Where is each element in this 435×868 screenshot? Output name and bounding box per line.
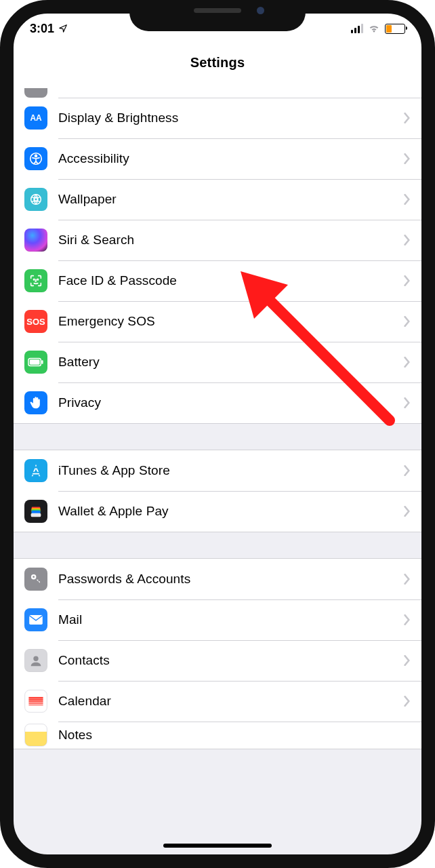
phone-speaker: [194, 8, 241, 13]
settings-row-siri-search[interactable]: Siri & Search: [14, 220, 421, 260]
siri-icon: [24, 229, 47, 252]
row-label: Calendar: [58, 694, 111, 709]
chevron-right-icon: [404, 235, 411, 245]
svg-rect-8: [30, 359, 40, 364]
settings-list[interactable]: AA Display & Brightness Accessibility Wa…: [14, 81, 421, 854]
svg-rect-24: [28, 704, 43, 705]
svg-rect-9: [41, 360, 43, 364]
row-label: Privacy: [58, 395, 101, 410]
settings-row-partial[interactable]: [14, 81, 421, 98]
settings-row-itunes-app-store[interactable]: iTunes & App Store: [14, 450, 421, 491]
status-bar: 3:01: [14, 14, 421, 43]
svg-point-3: [31, 195, 41, 205]
battery-icon: [385, 24, 405, 34]
calendar-icon: [24, 690, 47, 713]
settings-row-contacts[interactable]: Contacts: [14, 640, 421, 681]
partial-icon: [24, 88, 47, 98]
display-brightness-icon: AA: [24, 106, 47, 130]
chevron-right-icon: [404, 275, 411, 286]
settings-row-display-brightness[interactable]: AA Display & Brightness: [14, 98, 421, 138]
chevron-right-icon: [404, 655, 411, 666]
battery-icon: [24, 351, 47, 374]
chevron-right-icon: [404, 194, 411, 205]
svg-rect-23: [28, 703, 43, 704]
svg-point-2: [35, 155, 37, 157]
face-id-icon: [24, 269, 47, 292]
chevron-right-icon: [404, 614, 411, 625]
svg-rect-21: [28, 698, 43, 700]
group-separator: [14, 532, 421, 558]
wallpaper-icon: [24, 188, 47, 211]
svg-rect-22: [28, 701, 43, 702]
chevron-right-icon: [404, 506, 411, 517]
page-title: Settings: [190, 55, 245, 71]
svg-rect-15: [31, 513, 41, 517]
app-store-icon: [24, 459, 47, 482]
settings-group: Passwords & Accounts Mail Contacts: [14, 558, 421, 749]
settings-row-emergency-sos[interactable]: SOS Emergency SOS: [14, 301, 421, 342]
chevron-right-icon: [404, 574, 411, 585]
chevron-right-icon: [404, 113, 411, 123]
chevron-right-icon: [404, 316, 411, 327]
status-time: 3:01: [30, 22, 54, 36]
phone-screen: 3:01 Settings AA Display & Brightness: [14, 14, 421, 854]
row-label: Siri & Search: [58, 233, 134, 248]
svg-point-19: [33, 656, 38, 661]
row-label: Wallet & Apple Pay: [58, 504, 169, 519]
svg-point-17: [33, 576, 35, 578]
location-icon: [58, 24, 68, 33]
contacts-icon: [24, 649, 47, 672]
row-label: Notes: [58, 728, 92, 743]
cellular-signal-icon: [351, 24, 363, 33]
settings-group: AA Display & Brightness Accessibility Wa…: [14, 81, 421, 424]
row-label: Passwords & Accounts: [58, 572, 190, 587]
settings-row-mail[interactable]: Mail: [14, 599, 421, 640]
chevron-right-icon: [404, 465, 411, 476]
row-label: Face ID & Passcode: [58, 273, 177, 288]
settings-row-calendar[interactable]: Calendar: [14, 681, 421, 722]
group-separator: [14, 424, 421, 450]
sos-icon: SOS: [24, 310, 47, 333]
mail-icon: [24, 608, 47, 631]
settings-row-privacy[interactable]: Privacy: [14, 382, 421, 423]
home-indicator[interactable]: [163, 844, 272, 848]
nav-bar: Settings: [14, 43, 421, 82]
phone-camera: [257, 7, 264, 14]
privacy-hand-icon: [24, 391, 47, 414]
row-label: Wallpaper: [58, 192, 117, 207]
row-label: Contacts: [58, 653, 110, 668]
settings-row-notes[interactable]: Notes: [14, 722, 421, 749]
settings-group: iTunes & App Store Wallet & Apple Pay: [14, 450, 421, 532]
chevron-right-icon: [404, 397, 411, 408]
settings-row-wallet-apple-pay[interactable]: Wallet & Apple Pay: [14, 491, 421, 532]
svg-text:AA: AA: [30, 113, 42, 123]
svg-point-5: [34, 279, 35, 279]
settings-row-face-id-passcode[interactable]: Face ID & Passcode: [14, 260, 421, 301]
wallet-icon: [24, 500, 47, 523]
wifi-icon: [368, 24, 380, 33]
key-icon: [24, 568, 47, 591]
settings-row-wallpaper[interactable]: Wallpaper: [14, 179, 421, 220]
row-label: Battery: [58, 355, 100, 370]
row-label: Display & Brightness: [58, 111, 178, 125]
settings-row-accessibility[interactable]: Accessibility: [14, 138, 421, 179]
svg-rect-20: [28, 697, 43, 698]
row-label: Accessibility: [58, 151, 129, 166]
row-label: Mail: [58, 612, 82, 627]
svg-point-6: [37, 279, 38, 279]
settings-row-passwords-accounts[interactable]: Passwords & Accounts: [14, 559, 421, 599]
chevron-right-icon: [404, 357, 411, 368]
row-label: iTunes & App Store: [58, 463, 170, 478]
chevron-right-icon: [404, 696, 411, 707]
chevron-right-icon: [404, 153, 411, 164]
settings-row-battery[interactable]: Battery: [14, 342, 421, 382]
notes-icon: [24, 724, 47, 747]
row-label: Emergency SOS: [58, 314, 155, 329]
svg-rect-18: [29, 615, 43, 625]
accessibility-icon: [24, 147, 47, 170]
